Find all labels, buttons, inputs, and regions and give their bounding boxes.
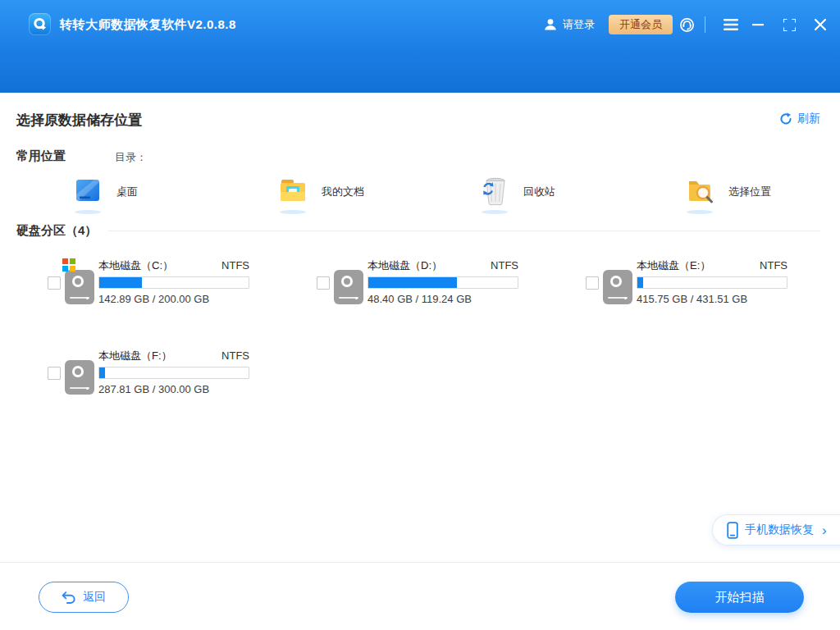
- chevron-right-icon: ›: [822, 523, 827, 537]
- disk-name: 本地磁盘（E:）: [637, 258, 710, 273]
- maximize-button[interactable]: [780, 16, 798, 33]
- customer-service-icon[interactable]: [679, 17, 695, 33]
- location-item-choose[interactable]: 选择位置: [686, 176, 771, 208]
- disk-checkbox[interactable]: [48, 276, 61, 290]
- minimize-icon: [752, 19, 764, 30]
- page-title: 选择原数据储存位置: [16, 111, 142, 130]
- app-window: 转转大师数据恢复软件V2.0.8.8 请登录 开通会员: [0, 0, 840, 630]
- location-item-recycle-bin[interactable]: 回收站: [481, 176, 555, 208]
- refresh-label: 刷新: [797, 112, 820, 126]
- location-label: 回收站: [523, 185, 555, 199]
- app-logo-icon: [29, 13, 51, 35]
- login-button[interactable]: 请登录: [543, 0, 595, 49]
- disk-filesystem: NTFS: [491, 259, 518, 272]
- directory-label: 目录：: [115, 150, 147, 165]
- open-vip-button[interactable]: 开通会员: [609, 15, 673, 34]
- hard-drive-icon: [603, 270, 632, 304]
- close-icon: [815, 19, 826, 30]
- desktop-icon: [74, 176, 102, 208]
- disk-usage-bar: [637, 276, 788, 289]
- phone-icon: [727, 522, 738, 539]
- title-bar: 转转大师数据恢复软件V2.0.8.8 请登录 开通会员: [0, 0, 840, 93]
- disk-name: 本地磁盘（D:）: [368, 258, 442, 273]
- close-button[interactable]: [811, 16, 829, 33]
- disk-card-e[interactable]: 本地磁盘（E:） NTFS 415.75 GB / 431.51 GB: [586, 258, 788, 311]
- disk-checkbox[interactable]: [317, 276, 330, 290]
- hard-drive-icon: [65, 270, 94, 304]
- documents-icon: [279, 176, 307, 208]
- location-label: 桌面: [116, 185, 138, 199]
- menu-button[interactable]: [722, 16, 740, 33]
- phone-data-recovery-button[interactable]: 手机数据恢复 ›: [712, 514, 840, 546]
- app-title: 转转大师数据恢复软件V2.0.8.8: [60, 0, 236, 49]
- disk-size: 415.75 GB / 431.51 GB: [637, 293, 788, 305]
- disk-name: 本地磁盘（C:）: [98, 258, 173, 273]
- common-locations-label: 常用位置: [16, 148, 66, 164]
- refresh-button[interactable]: 刷新: [779, 112, 820, 126]
- refresh-icon: [779, 112, 792, 126]
- phone-recovery-label: 手机数据恢复: [745, 523, 814, 537]
- disk-size: 287.81 GB / 300.00 GB: [98, 383, 249, 395]
- maximize-icon: [783, 19, 796, 31]
- disk-size: 142.89 GB / 200.00 GB: [98, 293, 249, 305]
- location-label: 我的文档: [322, 185, 364, 199]
- disk-usage-bar: [98, 367, 249, 379]
- login-label: 请登录: [563, 17, 595, 32]
- disk-card-f[interactable]: 本地磁盘（F:） NTFS 287.81 GB / 300.00 GB: [48, 349, 249, 401]
- hard-drive-icon: [65, 360, 94, 395]
- scan-label: 开始扫描: [715, 590, 765, 605]
- footer-divider: [0, 562, 840, 563]
- disk-card-c[interactable]: 本地磁盘（C:） NTFS 142.89 GB / 200.00 GB: [48, 258, 249, 311]
- disk-filesystem: NTFS: [221, 349, 249, 362]
- windows-logo-icon: [62, 258, 75, 272]
- back-label: 返回: [83, 590, 106, 605]
- hamburger-icon: [724, 19, 738, 30]
- hard-drive-icon: [334, 270, 363, 304]
- disk-checkbox[interactable]: [48, 367, 61, 380]
- partitions-label: 硬盘分区（4）: [16, 223, 97, 239]
- disk-name: 本地磁盘（F:）: [98, 349, 172, 363]
- choose-location-icon: [686, 176, 714, 208]
- minimize-button[interactable]: [749, 16, 767, 33]
- partitions-header: 硬盘分区（4）: [16, 223, 820, 239]
- disk-usage-bar: [368, 276, 518, 289]
- start-scan-button[interactable]: 开始扫描: [675, 582, 804, 613]
- back-button[interactable]: 返回: [39, 582, 129, 613]
- disk-card-d[interactable]: 本地磁盘（D:） NTFS 48.40 GB / 119.24 GB: [317, 258, 518, 311]
- undo-icon: [62, 591, 75, 604]
- titlebar-divider: [705, 16, 705, 33]
- section-divider: [108, 231, 820, 231]
- disk-usage-bar: [98, 276, 249, 289]
- recycle-bin-icon: [481, 176, 509, 208]
- disk-filesystem: NTFS: [760, 259, 788, 272]
- disk-size: 48.40 GB / 119.24 GB: [368, 293, 518, 305]
- location-item-documents[interactable]: 我的文档: [279, 176, 364, 208]
- user-icon: [543, 17, 558, 32]
- location-item-desktop[interactable]: 桌面: [74, 176, 138, 208]
- location-label: 选择位置: [728, 185, 771, 199]
- disk-filesystem: NTFS: [221, 259, 249, 272]
- disk-checkbox[interactable]: [586, 276, 599, 290]
